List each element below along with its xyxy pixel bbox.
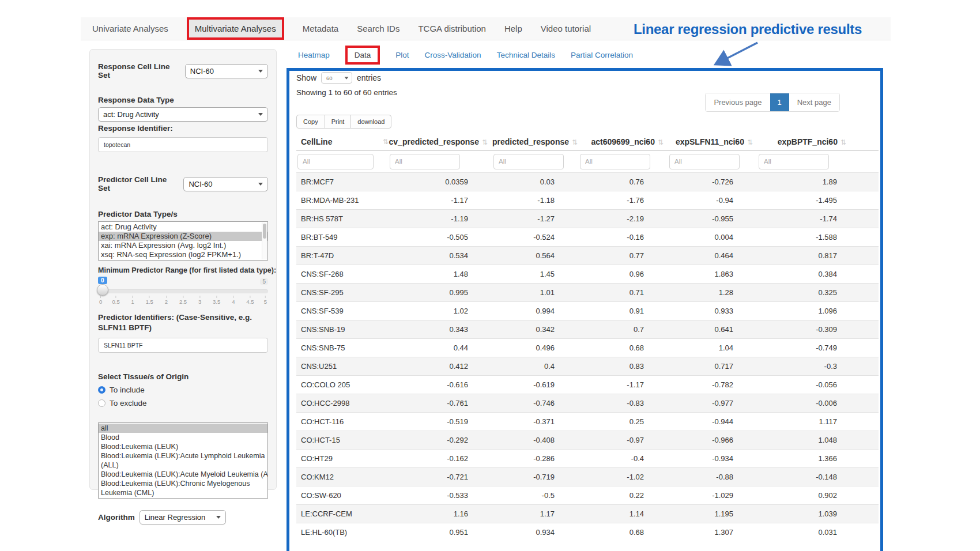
algorithm-value: Linear Regression: [145, 513, 206, 522]
slider-tick-label: 2.5: [179, 296, 187, 305]
filter-input-cellline[interactable]: [297, 154, 374, 169]
radio-to-exclude[interactable]: To exclude: [98, 399, 268, 407]
cell-value: -0.292: [389, 431, 492, 449]
radio-to-include[interactable]: To include: [98, 386, 268, 394]
algorithm-select[interactable]: Linear Regression: [140, 510, 226, 524]
cell-value: -0.533: [389, 486, 492, 504]
filter-input-cv-predicted-response[interactable]: [390, 154, 460, 169]
slider-max-label: 5: [260, 278, 268, 285]
filter-input-predicted-response[interactable]: [493, 154, 564, 169]
cell-value: -1.27: [492, 209, 579, 228]
cell-value: 0.325: [757, 283, 879, 301]
page-length-value: 60: [326, 75, 333, 81]
showing-entries-text: Showing 1 to 60 of 60 entries: [296, 88, 397, 97]
cell-value: -1.74: [757, 209, 879, 228]
table-header-row: CellLine cv_predicted_response predicted…: [296, 133, 879, 150]
response-cell-line-set-select[interactable]: NCI-60: [185, 64, 268, 78]
table-row: CNS:SNB-190.3430.3420.70.641-0.309: [296, 320, 879, 338]
cell-value: -0.408: [492, 431, 579, 449]
cell-value: 1.02: [389, 301, 492, 320]
response-identifier-input[interactable]: [98, 137, 268, 152]
list-item[interactable]: Blood:Leukemia (LEUK): [99, 442, 267, 451]
scrollbar-thumb[interactable]: [263, 224, 266, 239]
column-header-cellline[interactable]: CellLine: [296, 133, 389, 150]
next-page-button[interactable]: Next page: [789, 93, 839, 111]
cell-value: -0.056: [757, 375, 879, 394]
scrollbar[interactable]: [262, 222, 267, 259]
cell-value: -1.17: [389, 191, 492, 209]
nav-item-multivariate-analyses[interactable]: Multivariate Analyses: [187, 17, 284, 40]
cell-value: -0.726: [668, 172, 757, 191]
cell-value: -0.88: [668, 467, 757, 486]
filter-input-act609699-nci60[interactable]: [580, 154, 650, 169]
column-filter-row: [296, 150, 879, 172]
list-item[interactable]: act: Drug Activity: [99, 222, 267, 232]
cell-line-name: CNS:SNB-19: [296, 320, 389, 338]
previous-page-button[interactable]: Previous page: [706, 93, 770, 111]
tab-technical-details[interactable]: Technical Details: [497, 51, 555, 59]
copy-button[interactable]: Copy: [296, 115, 325, 129]
cell-value: -0.006: [757, 394, 879, 412]
cell-value: 0.641: [668, 320, 757, 338]
pagination: Previous page 1 Next page: [705, 93, 840, 112]
slider-tick-label: 4.5: [246, 296, 254, 305]
list-item[interactable]: Blood:Leukemia (LEUK):Acute Lymphoid Leu…: [99, 451, 267, 470]
column-header-predicted-response[interactable]: predicted_response: [492, 133, 579, 150]
nav-item-video-tutorial[interactable]: Video tutorial: [541, 24, 591, 33]
slider-track[interactable]: [98, 289, 268, 293]
cell-value: 0.995: [389, 283, 492, 301]
cell-value: 0.68: [579, 338, 668, 357]
page-length-select[interactable]: 60: [321, 72, 352, 84]
cell-line-name: CNS:SF-295: [296, 283, 389, 301]
cell-value: -0.371: [492, 412, 579, 431]
column-header-act609699-nci60[interactable]: act609699_nci60: [579, 133, 668, 150]
cell-line-name: BR:MDA-MB-231: [296, 191, 389, 209]
table-row: CO:HT29-0.162-0.286-0.4-0.9341.366: [296, 449, 879, 467]
slider-value-bubble: 0: [98, 277, 107, 284]
cell-value: 0.7: [579, 320, 668, 338]
algorithm-label: Algorithm: [98, 513, 135, 522]
cell-value: -0.524: [492, 228, 579, 246]
nav-item-search-ids[interactable]: Search IDs: [357, 24, 399, 33]
tissue-origin-label: Select Tissue/s of Origin: [98, 372, 268, 381]
column-header-cv-predicted-response[interactable]: cv_predicted_response: [389, 133, 492, 150]
tab-partial-correlation[interactable]: Partial Correlation: [571, 51, 633, 59]
cell-value: -1.02: [579, 467, 668, 486]
tab-heatmap[interactable]: Heatmap: [298, 51, 330, 59]
chevron-down-icon: [258, 70, 263, 73]
cell-value: 0.817: [757, 246, 879, 265]
nav-item-univariate-analyses[interactable]: Univariate Analyses: [92, 24, 168, 33]
response-data-type-select[interactable]: act: Drug Activity: [98, 107, 268, 122]
list-item[interactable]: xai: mRNA Expression (Avg. log2 Int.): [99, 241, 267, 250]
slider-handle[interactable]: [97, 284, 108, 296]
list-item[interactable]: xsq: RNA-seq Expression (log2 FPKM+1.): [99, 250, 267, 259]
tab-plot[interactable]: Plot: [395, 51, 409, 59]
download-button[interactable]: download: [350, 115, 391, 129]
nav-item-tcga-distribution[interactable]: TCGA distribution: [418, 24, 486, 33]
response-data-type-label: Response Data Type: [98, 96, 268, 104]
filter-input-expslfn11-nci60[interactable]: [669, 154, 740, 169]
page-number-button[interactable]: 1: [770, 93, 789, 111]
cell-value: -0.749: [757, 338, 879, 357]
nav-item-help[interactable]: Help: [504, 24, 522, 33]
cell-line-name: CO:COLO 205: [296, 375, 389, 394]
predictor-cell-line-set-select[interactable]: NCI-60: [183, 177, 268, 191]
column-header-expslfn11-nci60[interactable]: expSLFN11_nci60: [668, 133, 757, 150]
list-item[interactable]: Blood:Leukemia (LEUK):Chronic Myelogenou…: [99, 479, 267, 497]
cell-value: 1.307: [668, 523, 757, 541]
list-item[interactable]: Blood:Leukemia (LEUK):Acute Myeloid Leuk…: [99, 470, 267, 479]
cell-value: -1.76: [579, 191, 668, 209]
tab-cross-validation[interactable]: Cross-Validation: [425, 51, 481, 59]
cell-value: -0.97: [579, 431, 668, 449]
column-header-expbptf-nci60[interactable]: expBPTF_nci60: [757, 133, 879, 150]
filter-input-expbptf-nci60[interactable]: [759, 154, 829, 169]
list-item[interactable]: Blood: [99, 433, 267, 442]
response-cell-line-set-value: NCI-60: [190, 67, 214, 76]
tab-data[interactable]: Data: [345, 46, 380, 65]
list-item[interactable]: exp: mRNA Expression (Z-Score): [99, 232, 267, 241]
print-button[interactable]: Print: [325, 115, 352, 129]
min-predictor-range-slider: 0 5 00.511.522.533.544.55: [98, 277, 268, 305]
nav-item-metadata[interactable]: Metadata: [303, 24, 339, 33]
predictor-identifiers-input[interactable]: [98, 338, 268, 353]
list-item[interactable]: all: [99, 424, 267, 433]
